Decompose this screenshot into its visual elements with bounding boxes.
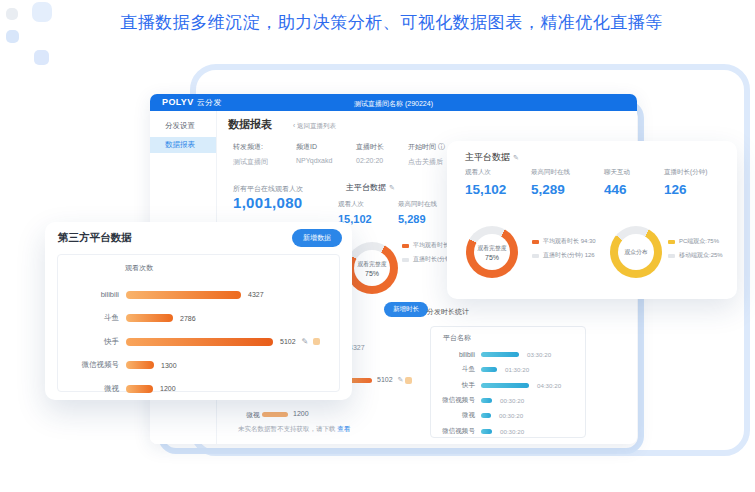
total-viewers-label: 所有平台在线观看人次: [233, 184, 303, 194]
legend-label: 直播时长(分钟) 126: [543, 251, 595, 260]
thirdparty-chart-rows: bilibili 4327 斗鱼 2786 快手 5102 ✎: [58, 283, 339, 401]
stat-peak-online: 最高同时在线 5,289: [531, 168, 570, 197]
legend-row: 移动端观众:25%: [668, 251, 723, 260]
donut-center-label: 观看完整度: [478, 244, 507, 253]
edit-icon[interactable]: ✎: [302, 337, 309, 346]
stat-label: 直播时长(分钟): [664, 168, 707, 177]
row-label: 斗鱼: [431, 365, 481, 374]
completion-donut-chart: 观看完整度 75%: [466, 226, 518, 278]
tab-duration-stats[interactable]: 分发时长统计: [427, 307, 469, 317]
fragment-bottom-value: 1200: [293, 410, 309, 417]
donut-center-label: 观看完整度: [358, 260, 387, 269]
bar: [126, 385, 153, 393]
row-label: bilibili: [58, 290, 126, 299]
chart-row: 快手 04:30:20: [431, 378, 585, 393]
info-label: 开始时间 ⓘ: [408, 142, 445, 152]
legend-swatch-orange: [402, 244, 409, 248]
sidebar-item-distribution-settings[interactable]: 分发设置: [150, 118, 216, 134]
info-duration: 直播时长 02:20:20: [356, 142, 384, 164]
page: 直播数据多维沉淀，助力决策分析、可视化数据图表，精准优化直播等 POLYV云分发…: [0, 0, 755, 492]
row-label: 微视: [58, 384, 126, 394]
fragment-bar: [262, 412, 288, 417]
info-start-time: 开始时间 ⓘ 点击关播后: [408, 142, 445, 167]
edit-icon[interactable]: ✎: [389, 184, 395, 191]
sidebar-item-data-report[interactable]: 数据报表: [150, 137, 216, 153]
legend-swatch-gray: [402, 258, 409, 262]
audience-donut-legend: PC端观众:75% 移动端观众:25%: [668, 237, 723, 260]
completion-donut-legend: 平均观看时长 94:30 直播时长(分钟) 126: [532, 237, 596, 260]
row-value: 5102: [377, 376, 393, 383]
card-title-text: 主平台数据: [465, 152, 510, 162]
bar: [126, 314, 173, 322]
completion-donut-chart: 观看完整度 75%: [346, 242, 398, 294]
chart-row: 快手 5102 ✎: [58, 330, 339, 354]
legend-swatch-orange: [532, 240, 539, 244]
row-label: 快手: [58, 337, 126, 347]
legend-row: PC端观众:75%: [668, 237, 723, 246]
bar: [481, 352, 519, 357]
row-value: 1300: [161, 362, 177, 369]
info-label: 直播时长: [356, 142, 384, 152]
bar: [126, 361, 154, 369]
stat-label: 最高同时在线: [398, 200, 437, 209]
donut-center-value: 75%: [485, 254, 499, 261]
add-duration-button[interactable]: 新增时长: [384, 302, 428, 317]
edit-icon[interactable]: ✎: [398, 376, 404, 383]
chart-row: 斗鱼 01:30:20: [431, 362, 585, 377]
stat-value: 126: [664, 182, 707, 197]
row-label: 微视: [431, 411, 481, 420]
dashboard-header: POLYV云分发 测试直播间名称 (290224): [150, 94, 637, 111]
chart-icon[interactable]: [313, 338, 320, 345]
footnote: 未实名数据暂不支持获取，请下载 查看: [238, 425, 350, 434]
chart-row: 微信视频号 1300: [58, 354, 339, 378]
row-value: 01:30:20: [505, 366, 529, 373]
row-value: 04:30:20: [537, 382, 561, 389]
fragment-bar-row: 5102 ✎: [377, 376, 412, 384]
chart-row: bilibili 4327: [58, 283, 339, 307]
row-label: 快手: [431, 381, 481, 390]
row-value: 00:30:20: [500, 428, 524, 435]
stat-peak-online: 最高同时在线 5,289: [398, 200, 437, 225]
chart-row: bilibili 03:30:20: [431, 347, 585, 362]
row-value: 00:30:20: [500, 397, 524, 404]
row-value: 1200: [160, 385, 176, 392]
row-label: bilibili: [431, 351, 481, 358]
donut-center: 观看完整度 75%: [466, 226, 518, 278]
main-platform-section-title: 主平台数据✎: [346, 182, 395, 193]
legend-label: 平均观看时长 94:30: [543, 237, 596, 246]
info-value: NPYqdxakd: [296, 157, 332, 164]
row-value: 4327: [248, 291, 264, 298]
chart-icon[interactable]: [405, 377, 412, 384]
bar: [481, 398, 492, 403]
bar: [481, 383, 529, 388]
chart-row: 微信视频号 00:30:20: [431, 423, 585, 438]
row-value: 5102: [280, 338, 296, 345]
audience-donut-chart: 观众分布: [610, 226, 662, 278]
chart-row: 微视 00:30:20: [431, 408, 585, 423]
legend-label: 移动端观众:25%: [679, 251, 723, 260]
row-value: 2786: [180, 315, 196, 322]
legend-swatch-gray: [668, 254, 675, 258]
back-link[interactable]: ‹ 返回直播列表: [293, 122, 336, 131]
stat-value: 446: [604, 182, 630, 197]
add-data-button[interactable]: 新增数据: [292, 229, 342, 247]
view-link[interactable]: 查看: [337, 425, 350, 432]
main-platform-card: 主平台数据✎ 观看人次 15,102 最高同时在线 5,289 聊天互动 446…: [447, 141, 737, 299]
edit-icon[interactable]: ✎: [513, 154, 519, 161]
duration-chart-rows: bilibili 03:30:20 斗鱼 01:30:20 快手 04:30:2…: [431, 347, 585, 439]
row-label: 斗鱼: [58, 313, 126, 323]
total-viewers-value: 1,001,080: [233, 194, 302, 211]
bar: [126, 338, 273, 346]
card-title: 主平台数据✎: [465, 151, 519, 164]
chart-header: 观看次数: [125, 263, 153, 273]
thirdparty-data-card: 第三方平台数据 新增数据 观看次数 bilibili 4327 斗鱼 2786 …: [45, 222, 352, 400]
stat-viewers: 观看人次 15,102: [465, 168, 506, 197]
row-label: 微信视频号: [58, 360, 126, 370]
bar: [481, 413, 491, 418]
deco-dot: [34, 50, 49, 65]
row-value: 00:30:20: [499, 412, 523, 419]
info-value: 02:20:20: [356, 157, 384, 164]
fragment-bottom-label: 微视: [246, 410, 260, 420]
stat-label: 最高同时在线: [531, 168, 570, 177]
info-value: 点击关播后: [408, 157, 445, 167]
